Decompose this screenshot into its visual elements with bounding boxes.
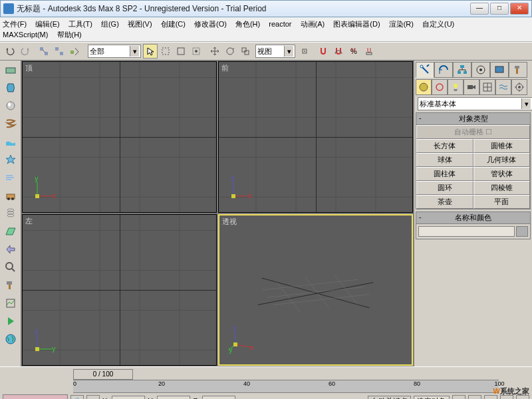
prim-pyramid[interactable]: 四棱锥 (473, 181, 531, 195)
motor-icon[interactable] (3, 241, 19, 257)
object-name-input[interactable] (418, 226, 515, 237)
time-ruler[interactable]: 0 20 40 60 80 100 (73, 380, 499, 393)
softbody-icon[interactable] (3, 98, 19, 114)
close-button[interactable]: ✕ (510, 3, 529, 15)
menu-edit[interactable]: 编辑(E) (35, 19, 60, 29)
water-icon[interactable] (3, 134, 19, 150)
tab-utilities[interactable] (509, 62, 527, 78)
menu-customize[interactable]: 自定义(U) (422, 19, 454, 29)
prim-teapot[interactable]: 茶壶 (416, 195, 473, 209)
spinner-snap[interactable] (362, 44, 376, 59)
bind-button[interactable] (67, 44, 82, 59)
mini-listener[interactable] (3, 394, 68, 399)
prim-tube[interactable]: 管状体 (473, 167, 531, 181)
world-icon[interactable] (3, 331, 19, 347)
undo-button[interactable] (3, 44, 17, 59)
menu-tools[interactable]: 工具(T) (68, 19, 92, 29)
scale-button[interactable] (238, 44, 253, 59)
subtab-systems[interactable] (511, 79, 527, 95)
autogrid-checkbox[interactable]: 自动栅格 ☐ (416, 125, 530, 139)
goto-start[interactable]: ⏮ (452, 395, 466, 399)
move-button[interactable] (207, 44, 222, 59)
menu-help[interactable]: 帮助(H) (57, 29, 82, 40)
redo-button[interactable] (18, 44, 33, 59)
menu-maxscript[interactable]: MAXScript(M) (3, 29, 48, 40)
subtab-cameras[interactable] (464, 79, 479, 95)
viewport-left[interactable]: 左 zy (22, 214, 217, 366)
selobj-dropdown[interactable]: 选定对象 (414, 396, 450, 399)
prim-torus[interactable]: 圆环 (416, 181, 473, 195)
tab-modify[interactable] (434, 62, 453, 78)
svg-rect-3 (55, 47, 59, 51)
toy-icon[interactable] (3, 188, 19, 203)
prim-box[interactable]: 长方体 (416, 139, 473, 153)
hammer-icon[interactable] (3, 277, 19, 293)
primitive-category-dropdown[interactable]: 标准基本体▾ (418, 97, 532, 110)
viewport-perspective[interactable]: 透视 zxy (218, 214, 413, 366)
select-crossing[interactable] (189, 44, 203, 59)
viewport-top[interactable]: 顶 yx (22, 61, 217, 213)
menu-create[interactable]: 创建(C) (161, 19, 186, 29)
unlink-button[interactable] (52, 44, 66, 59)
play-icon[interactable] (3, 313, 19, 329)
time-slider[interactable]: 0 / 100 (73, 369, 505, 378)
pivot-button[interactable] (297, 44, 312, 59)
lock-button[interactable]: 🔒 (70, 395, 84, 399)
subtab-spacewarps[interactable] (495, 79, 511, 95)
viewport-front[interactable]: 前 zx (218, 61, 413, 213)
menu-file[interactable]: 文件(F) (3, 19, 27, 29)
analyze-icon[interactable] (3, 295, 19, 311)
tab-hierarchy[interactable] (453, 62, 471, 78)
prim-plane[interactable]: 平面 (473, 195, 531, 209)
magnify-icon[interactable] (3, 259, 19, 275)
z-field[interactable] (202, 396, 235, 399)
menu-animation[interactable]: 动画(A) (301, 19, 325, 29)
select-button[interactable] (143, 44, 158, 59)
percent-snap[interactable]: % (346, 44, 361, 59)
menu-reactor[interactable]: reactor (269, 19, 291, 29)
menu-view[interactable]: 视图(V) (128, 19, 152, 29)
select-region-rect[interactable] (158, 44, 173, 59)
tab-create[interactable] (416, 62, 434, 78)
y-field[interactable] (157, 396, 190, 399)
snap-toggle[interactable] (316, 44, 331, 59)
autokey-button[interactable]: 自动关键点 (368, 396, 411, 399)
plane-icon[interactable] (3, 223, 19, 239)
spring-icon[interactable] (3, 205, 19, 221)
maximize-button[interactable]: □ (490, 3, 509, 15)
subtab-geometry[interactable] (416, 79, 432, 95)
prim-cone[interactable]: 圆锥体 (473, 139, 531, 153)
svg-rect-69 (515, 66, 519, 68)
menu-character[interactable]: 角色(H) (235, 19, 260, 29)
angle-snap[interactable] (331, 44, 346, 59)
prev-frame[interactable]: ◀ (468, 395, 481, 399)
color-swatch[interactable] (516, 226, 528, 237)
subtab-helpers[interactable] (479, 79, 495, 95)
prim-geosphere[interactable]: 几何球体 (473, 153, 531, 167)
menu-group[interactable]: 组(G) (101, 19, 119, 29)
rope-icon[interactable] (3, 116, 19, 132)
tab-display[interactable] (490, 62, 509, 78)
rotate-button[interactable] (223, 44, 237, 59)
rigid-body-icon[interactable] (3, 62, 19, 78)
tab-motion[interactable] (471, 62, 490, 78)
abs-rel-button[interactable]: ▦ (86, 395, 100, 399)
ref-coord-dropdown[interactable]: 视图▾ (255, 45, 295, 58)
object-type-rollout[interactable]: -对象类型 (416, 112, 531, 125)
x-field[interactable] (112, 396, 145, 399)
star-icon[interactable] (3, 152, 19, 168)
name-color-rollout[interactable]: -名称和颜色 (416, 211, 531, 224)
menu-render[interactable]: 渲染(R) (389, 19, 414, 29)
selection-filter-dropdown[interactable]: 全部▾ (88, 45, 141, 58)
prim-sphere[interactable]: 球体 (416, 153, 473, 167)
menu-modifier[interactable]: 修改器(O) (194, 19, 227, 29)
wind-icon[interactable] (3, 170, 19, 186)
select-window[interactable] (174, 44, 188, 59)
subtab-shapes[interactable] (432, 79, 448, 95)
prim-cylinder[interactable]: 圆柱体 (416, 167, 473, 181)
menu-graph[interactable]: 图表编辑器(D) (333, 19, 380, 29)
subtab-lights[interactable] (448, 79, 464, 95)
minimize-button[interactable]: — (470, 3, 489, 15)
cloth-icon[interactable] (3, 80, 19, 96)
link-button[interactable] (37, 44, 51, 59)
